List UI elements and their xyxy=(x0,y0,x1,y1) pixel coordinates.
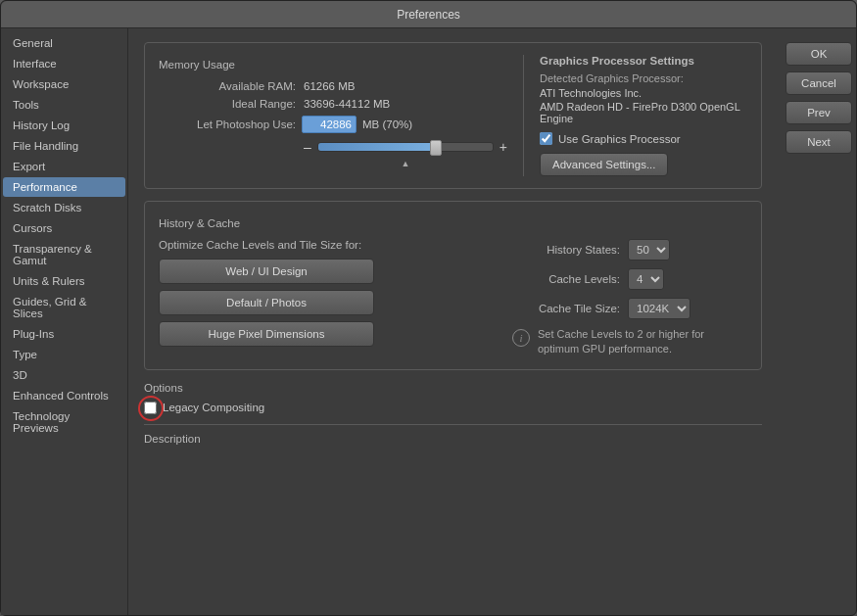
ideal-range-value: 33696-44112 MB xyxy=(304,98,390,110)
hc-right-col: History States: 50 Cache Levels: 4 xyxy=(512,239,747,357)
sidebar-item-plug-ins[interactable]: Plug-Ins xyxy=(3,324,125,344)
cache-tile-select[interactable]: 1024K xyxy=(628,298,690,319)
description-header: Description xyxy=(144,433,762,445)
default-photos-button[interactable]: Default / Photos xyxy=(159,290,374,315)
slider-plus-icon[interactable]: + xyxy=(500,139,507,155)
web-ui-design-button[interactable]: Web / UI Design xyxy=(159,259,374,284)
optimize-label: Optimize Cache Levels and Tile Size for: xyxy=(159,239,497,251)
ideal-range-label: Ideal Range: xyxy=(159,98,296,110)
title-bar: Preferences xyxy=(1,1,856,28)
slider-minus-icon[interactable]: – xyxy=(304,139,311,155)
description-section: Description xyxy=(144,424,762,445)
sidebar-item-guides-grid-slices[interactable]: Guides, Grid & Slices xyxy=(3,292,125,323)
use-gpu-checkbox[interactable] xyxy=(540,132,552,145)
cache-tile-row: Cache Tile Size: 1024K xyxy=(512,298,747,319)
sidebar-item-performance[interactable]: Performance xyxy=(3,177,125,197)
gpu-header: Graphics Processor Settings xyxy=(540,55,747,67)
let-ps-use-input[interactable] xyxy=(302,116,357,133)
sidebar-item-file-handling[interactable]: File Handling xyxy=(3,136,125,156)
history-states-select[interactable]: 50 xyxy=(628,239,670,261)
sidebar-item-interface[interactable]: Interface xyxy=(3,54,125,73)
sidebar-item-general[interactable]: General xyxy=(3,33,125,53)
let-ps-use-unit: MB (70%) xyxy=(362,118,412,130)
prev-button[interactable]: Prev xyxy=(786,101,852,124)
gpu-detected-label: Detected Graphics Processor: xyxy=(540,72,747,84)
history-states-label: History States: xyxy=(512,244,620,256)
info-icon: i xyxy=(512,329,530,347)
gpu-col: Graphics Processor Settings Detected Gra… xyxy=(523,55,747,176)
history-states-row: History States: 50 xyxy=(512,239,747,261)
cache-tile-label: Cache Tile Size: xyxy=(512,303,620,314)
cache-levels-label: Cache Levels: xyxy=(512,273,620,285)
legacy-compositing-checkbox[interactable] xyxy=(144,402,157,414)
dialog-title: Preferences xyxy=(397,8,460,22)
next-button[interactable]: Next xyxy=(786,130,852,154)
slider-arrow: ▲ xyxy=(304,159,507,168)
sidebar-item-type[interactable]: Type xyxy=(3,345,125,364)
let-ps-use-row: Let Photoshop Use: MB (70%) xyxy=(159,116,507,133)
memory-usage-header: Memory Usage xyxy=(159,59,507,71)
sidebar-item-history-log[interactable]: History Log xyxy=(3,116,125,135)
ok-button[interactable]: OK xyxy=(786,42,852,66)
ideal-range-row: Ideal Range: 33696-44112 MB xyxy=(159,98,507,110)
sidebar-item-transparency-gamut[interactable]: Transparency & Gamut xyxy=(3,239,125,270)
sidebar-item-3d[interactable]: 3D xyxy=(3,365,125,385)
hc-left-col: Optimize Cache Levels and Tile Size for:… xyxy=(159,239,497,357)
available-ram-row: Available RAM: 61266 MB xyxy=(159,80,507,92)
memory-gpu-section: Memory Usage Available RAM: 61266 MB Ide… xyxy=(144,42,762,189)
memory-usage-col: Memory Usage Available RAM: 61266 MB Ide… xyxy=(159,55,507,176)
memory-slider-track[interactable] xyxy=(317,142,494,152)
history-cache-section: History & Cache Optimize Cache Levels an… xyxy=(144,201,762,370)
legacy-compositing-row: Legacy Compositing xyxy=(144,402,762,414)
use-gpu-label: Use Graphics Processor xyxy=(558,133,681,145)
sidebar-item-tools[interactable]: Tools xyxy=(3,95,125,115)
history-cache-header: History & Cache xyxy=(159,217,747,229)
memory-slider-fill xyxy=(318,143,441,151)
sidebar-item-technology-previews[interactable]: Technology Previews xyxy=(3,406,125,438)
memory-slider-thumb[interactable] xyxy=(430,140,442,156)
sidebar: General Interface Workspace Tools Histor… xyxy=(1,28,128,615)
sidebar-item-export[interactable]: Export xyxy=(3,157,125,176)
cache-info-text: Set Cache Levels to 2 or higher for opti… xyxy=(538,327,747,357)
available-ram-value: 61266 MB xyxy=(304,80,355,92)
huge-pixel-button[interactable]: Huge Pixel Dimensions xyxy=(159,321,374,347)
options-header: Options xyxy=(144,382,762,394)
cache-levels-select[interactable]: 4 xyxy=(628,268,664,290)
memory-slider-container[interactable]: – + xyxy=(304,139,507,155)
preferences-dialog: Preferences General Interface Workspace … xyxy=(0,0,857,616)
available-ram-label: Available RAM: xyxy=(159,80,296,92)
legacy-compositing-label: Legacy Compositing xyxy=(163,402,264,413)
sidebar-item-units-rulers[interactable]: Units & Rulers xyxy=(3,271,125,291)
let-ps-use-label: Let Photoshop Use: xyxy=(159,118,296,130)
options-section: Options Legacy Compositing xyxy=(144,382,762,414)
main-content: Memory Usage Available RAM: 61266 MB Ide… xyxy=(128,28,778,615)
cache-buttons-group: Web / UI Design Default / Photos Huge Pi… xyxy=(159,259,497,347)
right-buttons: OK Cancel Prev Next xyxy=(778,28,856,615)
gpu-name-2: AMD Radeon HD - FirePro D300 OpenGL Engi… xyxy=(540,101,747,124)
cancel-button[interactable]: Cancel xyxy=(786,71,852,95)
sidebar-item-enhanced-controls[interactable]: Enhanced Controls xyxy=(3,386,125,405)
advanced-settings-button[interactable]: Advanced Settings... xyxy=(540,153,668,176)
sidebar-item-workspace[interactable]: Workspace xyxy=(3,74,125,94)
gpu-name-1: ATI Technologies Inc. xyxy=(540,87,747,99)
sidebar-item-cursors[interactable]: Cursors xyxy=(3,218,125,238)
sidebar-item-scratch-disks[interactable]: Scratch Disks xyxy=(3,198,125,217)
hc-two-col: Optimize Cache Levels and Tile Size for:… xyxy=(159,239,747,357)
dialog-body: General Interface Workspace Tools Histor… xyxy=(1,28,856,615)
cache-info: i Set Cache Levels to 2 or higher for op… xyxy=(512,327,747,357)
cache-levels-row: Cache Levels: 4 xyxy=(512,268,747,290)
use-gpu-row: Use Graphics Processor xyxy=(540,132,747,145)
